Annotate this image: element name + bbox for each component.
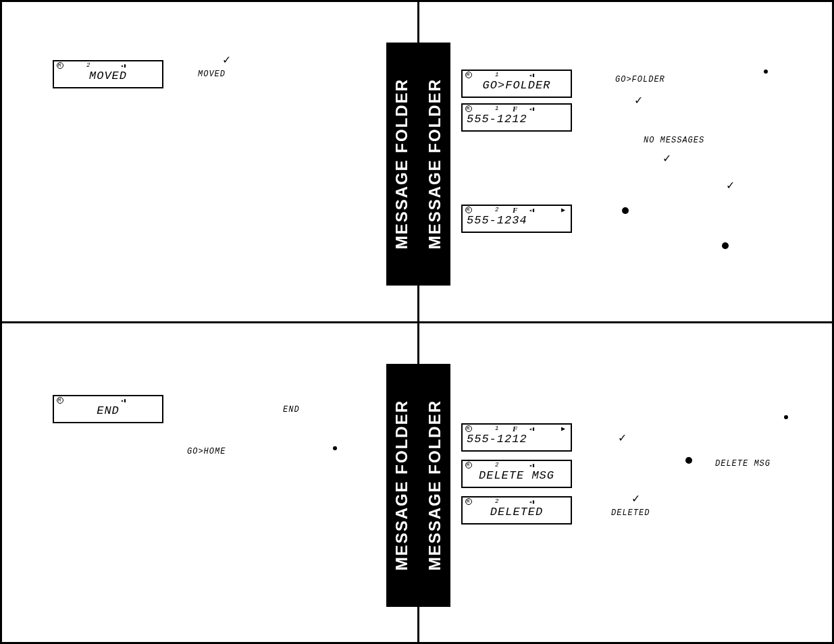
lcd-index: 2 — [495, 498, 498, 505]
speaker-icon: ◂▮ — [529, 106, 536, 112]
check-icon: ✓ — [662, 152, 671, 165]
bullet-icon — [722, 242, 729, 249]
bullet-icon — [784, 415, 788, 419]
motorola-icon — [465, 498, 472, 505]
caption-deletemsg: DELETE MSG — [715, 459, 771, 468]
tab-label: MESSAGE FOLDER — [392, 78, 411, 249]
lcd-index: 1 — [495, 105, 498, 112]
speaker-icon: ◂▮ — [529, 207, 536, 213]
motorola-icon — [465, 462, 472, 468]
lcd-deletemsg: 2 ◂▮ DELETE MSG — [461, 460, 572, 488]
side-tab: MESSAGE FOLDER — [419, 43, 450, 286]
lcd-text: 555-1212 — [463, 113, 571, 129]
check-icon: ✓ — [618, 431, 627, 444]
lcd-gofolder: 1 ◂▮ GO>FOLDER — [461, 70, 572, 98]
caption-moved: MOVED — [198, 70, 226, 79]
caption-end: END — [283, 405, 300, 414]
lcd-moved: 2 ◂▮ MOVED — [53, 60, 163, 88]
lcd-5551212: 1 F ◂▮ 555-1212 — [461, 103, 572, 132]
bullet-icon — [764, 70, 768, 74]
speaker-icon: ◂▮ — [529, 72, 536, 78]
speaker-icon: ◂▮ — [529, 426, 536, 432]
folder-indicator: F — [513, 206, 517, 214]
lcd-text: END — [54, 404, 162, 421]
side-tab: MESSAGE FOLDER — [419, 364, 450, 607]
side-tab: MESSAGE FOLDER — [386, 364, 417, 607]
lcd-text: DELETE MSG — [463, 469, 571, 485]
bullet-icon — [685, 457, 692, 464]
caption-deleted: DELETED — [611, 508, 650, 518]
lcd-text: DELETED — [463, 506, 571, 522]
motorola-icon — [465, 72, 472, 78]
speaker-icon: ◂▮ — [529, 462, 536, 468]
check-icon: ✓ — [726, 179, 735, 192]
lcd-index: 1 — [495, 72, 498, 78]
caption-nomessages: NO MESSAGES — [644, 136, 704, 145]
lcd-text: MOVED — [54, 70, 162, 86]
check-icon: ✓ — [634, 94, 643, 107]
motorola-icon — [465, 207, 472, 213]
motorola-icon — [57, 62, 63, 69]
folder-indicator: F — [513, 105, 517, 113]
tab-label: MESSAGE FOLDER — [425, 400, 444, 570]
lcd-text: 555-1234 — [463, 214, 571, 230]
tab-label: MESSAGE FOLDER — [425, 78, 444, 249]
side-tab: MESSAGE FOLDER — [386, 43, 417, 286]
speaker-icon: ◂▮ — [120, 398, 127, 404]
folder-indicator: F — [513, 425, 517, 433]
lcd-5551212-b: 1 F ◂▮ ▶ 555-1212 — [461, 423, 572, 452]
check-icon: ✓ — [222, 53, 231, 66]
lcd-deleted: 2 ◂▮ DELETED — [461, 496, 572, 525]
lcd-index: 2 — [495, 207, 498, 213]
lcd-text: 555-1212 — [463, 433, 571, 449]
lcd-5551234: 2 F ◂▮ ▶ 555-1234 — [461, 205, 572, 233]
arrow-right-icon: ▶ — [561, 206, 565, 214]
motorola-icon — [57, 397, 63, 404]
motorola-icon — [465, 105, 472, 112]
speaker-icon: ◂▮ — [529, 499, 536, 505]
lcd-end: ◂▮ END — [53, 395, 163, 423]
speaker-icon: ◂▮ — [120, 63, 127, 69]
lcd-index: 2 — [495, 462, 498, 468]
caption-gofolder: GO>FOLDER — [615, 75, 665, 84]
lcd-text: GO>FOLDER — [463, 79, 571, 95]
bullet-icon — [622, 207, 629, 214]
check-icon: ✓ — [631, 492, 640, 505]
caption-gohome: GO>HOME — [187, 447, 226, 456]
bullet-icon — [333, 446, 337, 450]
lcd-index: 2 — [86, 62, 90, 69]
tab-label: MESSAGE FOLDER — [392, 400, 411, 570]
motorola-icon — [465, 425, 472, 432]
arrow-right-icon: ▶ — [561, 425, 565, 433]
lcd-index: 1 — [495, 425, 498, 432]
